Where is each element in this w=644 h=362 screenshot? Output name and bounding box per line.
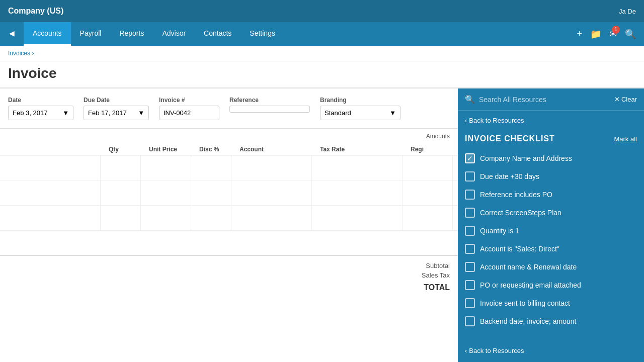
due-date-value: Feb 17, 2017 (88, 109, 127, 117)
checklist-item-5: Account is "Sales: Direct" (465, 240, 637, 258)
checklist-item-4: Quantity is 1 (465, 222, 637, 240)
checkbox-account-sales-direct[interactable] (465, 244, 475, 254)
due-date-input[interactable]: Feb 17, 2017 ▼ (84, 106, 149, 120)
nav-item-label: Contacts (204, 29, 231, 37)
checkbox-reference-po[interactable] (465, 190, 475, 200)
cell-account[interactable] (231, 206, 312, 230)
table-row (0, 206, 458, 231)
checklist-item-label-1: Due date +30 days (480, 172, 539, 180)
search-input[interactable] (479, 96, 610, 104)
nav-item-label: ◀ (9, 29, 15, 37)
cell-qty[interactable] (101, 155, 141, 180)
checklist-item-1: Due date +30 days (465, 167, 637, 186)
col-unit-price: Unit Price (149, 146, 199, 153)
nav-item-advisor[interactable]: Advisor (153, 22, 195, 46)
branding-input[interactable]: Standard ▼ (320, 106, 400, 120)
checkbox-invoice-billing[interactable] (465, 298, 475, 308)
checkbox-screensteps-plan[interactable] (465, 208, 475, 218)
date-input[interactable]: Feb 3, 2017 ▼ (8, 106, 73, 120)
plus-icon[interactable]: + (577, 29, 582, 39)
totals-area: Subtotal Sales Tax TOTAL (0, 256, 458, 298)
checkbox-account-renewal[interactable] (465, 262, 475, 272)
breadcrumb: Invoices › (0, 46, 644, 61)
checklist-item-8: Invoice sent to billing contact (465, 294, 637, 312)
clear-label: Clear (621, 96, 637, 103)
nav-item-accounts[interactable]: Accounts (24, 22, 71, 46)
cell-desc[interactable] (0, 155, 101, 180)
checklist-item-0: Company Name and Address (465, 149, 637, 167)
amounts-row: Amounts (0, 129, 458, 144)
search-icon: 🔍 (465, 95, 475, 104)
back-to-resources-bottom[interactable]: ‹ Back to Resources (458, 339, 644, 362)
nav-item-settings[interactable]: Settings (240, 22, 284, 46)
subtotal-label: Subtotal (426, 262, 450, 269)
nav-item-dashboard[interactable]: ◀ (0, 22, 24, 46)
checkbox-company-name[interactable] (465, 153, 475, 163)
invoice-fields: Date Feb 3, 2017 ▼ Due Date Feb 17, 2017… (0, 88, 458, 129)
checklist-item-2: Reference includes PO (465, 186, 637, 204)
subtotal-row: Subtotal (8, 262, 450, 269)
cell-disc[interactable] (191, 155, 231, 180)
checklist-title: INVOICE CHECKLIST (465, 134, 555, 143)
nav-item-label: Reports (119, 29, 144, 37)
checklist-item-7: PO or requesting email attached (465, 276, 637, 294)
cell-account[interactable] (231, 180, 312, 205)
clear-button[interactable]: ✕ Clear (614, 96, 637, 103)
date-value: Feb 3, 2017 (13, 109, 47, 117)
nav-item-reports[interactable]: Reports (110, 22, 153, 46)
checklist-item-6: Account name & Renewal date (465, 258, 637, 276)
cell-unit-price[interactable] (141, 206, 191, 230)
nav-item-label: Advisor (162, 29, 186, 37)
branding-value: Standard (325, 109, 351, 117)
cell-unit-price[interactable] (141, 180, 191, 205)
checklist-item-label-5: Account is "Sales: Direct" (480, 245, 559, 253)
branding-dropdown-icon[interactable]: ▼ (389, 109, 396, 117)
nav-right-icons: + 📁 ✉ 1 🔍 (577, 22, 644, 46)
cell-disc[interactable] (191, 180, 231, 205)
cell-account[interactable] (231, 155, 312, 180)
mail-icon[interactable]: ✉ 1 (609, 29, 617, 40)
cell-qty[interactable] (101, 206, 141, 230)
checklist-item-label-2: Reference includes PO (480, 191, 552, 199)
breadcrumb-parent[interactable]: Invoices (8, 50, 30, 57)
nav-item-label: Accounts (33, 29, 62, 37)
nav-item-contacts[interactable]: Contacts (195, 22, 240, 46)
checkbox-backend-date[interactable] (465, 316, 475, 326)
checkbox-due-date[interactable] (465, 171, 475, 182)
checklist-item-label-4: Quantity is 1 (480, 227, 519, 235)
cell-tax-rate[interactable] (312, 180, 403, 205)
table-row (0, 155, 458, 180)
due-date-dropdown-icon[interactable]: ▼ (138, 109, 144, 117)
chevron-left-icon: ‹ (465, 117, 467, 124)
page-title-bar: Invoice (0, 61, 644, 88)
col-disc: Disc % (199, 146, 239, 153)
table-row (0, 180, 458, 206)
branding-label: Branding (320, 97, 400, 104)
cell-disc[interactable] (191, 206, 231, 230)
col-qty: Qty (109, 146, 149, 153)
invoice-area: Date Feb 3, 2017 ▼ Due Date Feb 17, 2017… (0, 88, 458, 362)
date-dropdown-icon[interactable]: ▼ (62, 109, 69, 117)
search-icon[interactable]: 🔍 (625, 29, 636, 40)
cell-desc[interactable] (0, 180, 101, 205)
cell-regi[interactable] (403, 206, 453, 230)
checkbox-po-email[interactable] (465, 280, 475, 290)
cell-qty[interactable] (101, 180, 141, 205)
checklist-item-label-6: Account name & Renewal date (480, 263, 577, 271)
back-to-resources-top[interactable]: ‹ Back to Resources (458, 111, 644, 130)
sales-tax-row: Sales Tax (8, 272, 450, 279)
cell-tax-rate[interactable] (312, 206, 403, 230)
checkbox-quantity[interactable] (465, 226, 475, 236)
folder-icon[interactable]: 📁 (590, 29, 601, 40)
cell-tax-rate[interactable] (312, 155, 403, 180)
cell-unit-price[interactable] (141, 155, 191, 180)
mark-all-button[interactable]: Mark all (614, 135, 637, 143)
col-regi: Regi (411, 146, 458, 153)
cell-regi[interactable] (403, 155, 453, 180)
cell-regi[interactable] (403, 180, 453, 205)
back-label-bottom: Back to Resources (469, 347, 524, 354)
nav-item-payroll[interactable]: Payroll (71, 22, 111, 46)
invoice-num-input[interactable]: INV-0042 (159, 106, 219, 120)
reference-input[interactable] (229, 106, 310, 113)
cell-desc[interactable] (0, 206, 101, 230)
